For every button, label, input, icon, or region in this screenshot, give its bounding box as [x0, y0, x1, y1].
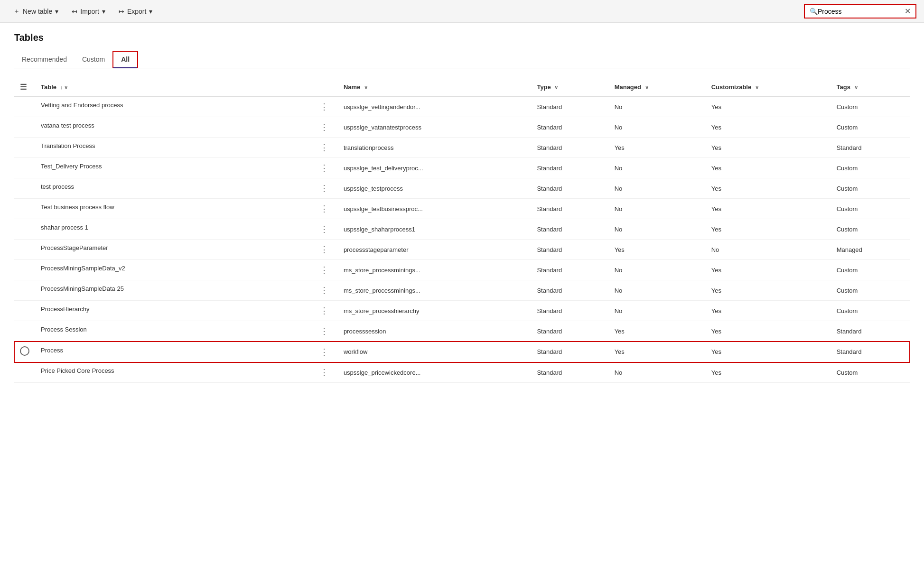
row-checkbox-cell	[14, 280, 35, 301]
row-checkbox-cell	[14, 362, 35, 383]
main-content: Tables Recommended Custom All ☰ Table ↓ …	[0, 23, 924, 392]
table-row[interactable]: ProcessMiningSampleData_v2⋮ms_store_proc…	[14, 260, 910, 280]
row-type: Standard	[531, 199, 608, 219]
row-context-menu[interactable]: ⋮	[316, 305, 332, 316]
row-tags: Custom	[831, 362, 910, 383]
table-row[interactable]: Test business process flow⋮uspsslge_test…	[14, 199, 910, 219]
row-name: uspsslge_vettingandendor...	[338, 97, 532, 117]
table-row[interactable]: Vetting and Endorsed process⋮uspsslge_ve…	[14, 97, 910, 117]
row-name: ms_store_processminings...	[338, 260, 532, 280]
row-type: Standard	[531, 301, 608, 321]
row-tags: Custom	[831, 117, 910, 138]
table-row[interactable]: Process Session⋮processsessionStandardYe…	[14, 321, 910, 342]
table-row[interactable]: test process⋮uspsslge_testprocessStandar…	[14, 178, 910, 199]
table-row[interactable]: vatana test process⋮uspsslge_vatanatestp…	[14, 117, 910, 138]
tab-custom[interactable]: Custom	[75, 51, 112, 68]
row-customizable: Yes	[706, 280, 831, 301]
row-managed: No	[609, 158, 706, 178]
search-box[interactable]: 🔍 ✕	[804, 4, 916, 18]
row-context-menu[interactable]: ⋮	[316, 265, 332, 275]
row-context-menu[interactable]: ⋮	[316, 285, 332, 296]
th-managed[interactable]: Managed ∨	[609, 78, 706, 97]
row-customizable: Yes	[706, 97, 831, 117]
row-tags: Custom	[831, 260, 910, 280]
import-button[interactable]: ↤ Import ▾	[66, 5, 111, 18]
row-context-menu[interactable]: ⋮	[316, 326, 332, 336]
th-table[interactable]: Table ↓ ∨	[35, 78, 338, 97]
tab-all[interactable]: All	[112, 51, 138, 68]
row-context-menu[interactable]: ⋮	[316, 183, 332, 194]
th-name[interactable]: Name ∨	[338, 78, 532, 97]
tabs: Recommended Custom All	[14, 51, 910, 68]
row-name: uspsslge_testbusinessproc...	[338, 199, 532, 219]
row-tags: Standard	[831, 138, 910, 158]
row-table-name: Vetting and Endorsed process⋮	[35, 97, 338, 117]
th-tags[interactable]: Tags ∨	[831, 78, 910, 97]
row-context-menu[interactable]: ⋮	[316, 224, 332, 234]
row-customizable: Yes	[706, 301, 831, 321]
row-table-name: Translation Process⋮	[35, 138, 338, 158]
row-name: ms_store_processminings...	[338, 280, 532, 301]
row-type: Standard	[531, 342, 608, 362]
row-managed: No	[609, 260, 706, 280]
table-row[interactable]: ProcessHierarchy⋮ms_store_processhierarc…	[14, 301, 910, 321]
table-row[interactable]: Test_Delivery Process⋮uspsslge_test_deli…	[14, 158, 910, 178]
row-tags: Custom	[831, 178, 910, 199]
th-type[interactable]: Type ∨	[531, 78, 608, 97]
table-row[interactable]: ProcessMiningSampleData 25⋮ms_store_proc…	[14, 280, 910, 301]
table-row[interactable]: Process⋮workflowStandardYesYesStandard	[14, 342, 910, 362]
row-managed: No	[609, 97, 706, 117]
row-customizable: Yes	[706, 117, 831, 138]
row-type: Standard	[531, 362, 608, 383]
row-tags: Custom	[831, 301, 910, 321]
row-table-name: test process⋮	[35, 178, 338, 199]
plus-icon: ＋	[13, 7, 20, 16]
row-table-name: Process⋮	[35, 342, 338, 362]
row-name: uspsslge_testprocess	[338, 178, 532, 199]
row-type: Standard	[531, 138, 608, 158]
table-row[interactable]: Price Picked Core Process⋮uspsslge_price…	[14, 362, 910, 383]
page-title: Tables	[14, 32, 910, 43]
row-name: uspsslge_test_deliveryproc...	[338, 158, 532, 178]
row-managed: Yes	[609, 138, 706, 158]
row-tags: Custom	[831, 199, 910, 219]
tab-recommended[interactable]: Recommended	[14, 51, 75, 68]
row-type: Standard	[531, 260, 608, 280]
table-row[interactable]: Translation Process⋮translationprocessSt…	[14, 138, 910, 158]
row-checkbox-cell	[14, 97, 35, 117]
row-select-circle[interactable]	[20, 346, 29, 356]
row-checkbox-cell	[14, 117, 35, 138]
new-table-label: New table	[23, 8, 52, 15]
new-table-button[interactable]: ＋ New table ▾	[8, 4, 64, 18]
row-context-menu[interactable]: ⋮	[316, 347, 332, 357]
search-clear-button[interactable]: ✕	[905, 7, 911, 16]
chevron-down-icon: ▾	[55, 8, 58, 15]
row-name: uspsslge_shaharprocess1	[338, 219, 532, 240]
row-type: Standard	[531, 158, 608, 178]
row-context-menu[interactable]: ⋮	[316, 142, 332, 153]
search-input[interactable]	[818, 8, 901, 15]
list-view-icon[interactable]: ☰	[20, 83, 27, 91]
row-customizable: Yes	[706, 199, 831, 219]
row-name: ms_store_processhierarchy	[338, 301, 532, 321]
row-context-menu[interactable]: ⋮	[316, 122, 332, 132]
import-label: Import	[80, 8, 99, 15]
row-name: processstageparameter	[338, 240, 532, 260]
row-context-menu[interactable]: ⋮	[316, 244, 332, 255]
row-tags: Custom	[831, 97, 910, 117]
row-context-menu[interactable]: ⋮	[316, 102, 332, 112]
toolbar: ＋ New table ▾ ↤ Import ▾ ↦ Export ▾ 🔍 ✕	[0, 0, 924, 23]
row-table-name: ProcessStageParameter⋮	[35, 240, 338, 260]
export-icon: ↦	[119, 8, 124, 15]
row-context-menu[interactable]: ⋮	[316, 163, 332, 173]
sort-icon: ∨	[364, 84, 368, 90]
row-table-name: shahar process 1⋮	[35, 219, 338, 240]
row-context-menu[interactable]: ⋮	[316, 367, 332, 378]
export-button[interactable]: ↦ Export ▾	[113, 5, 158, 18]
table-row[interactable]: ProcessStageParameter⋮processstageparame…	[14, 240, 910, 260]
row-table-name: ProcessMiningSampleData 25⋮	[35, 280, 338, 301]
table-row[interactable]: shahar process 1⋮uspsslge_shaharprocess1…	[14, 219, 910, 240]
th-customizable[interactable]: Customizable ∨	[706, 78, 831, 97]
row-context-menu[interactable]: ⋮	[316, 203, 332, 214]
row-customizable: Yes	[706, 342, 831, 362]
